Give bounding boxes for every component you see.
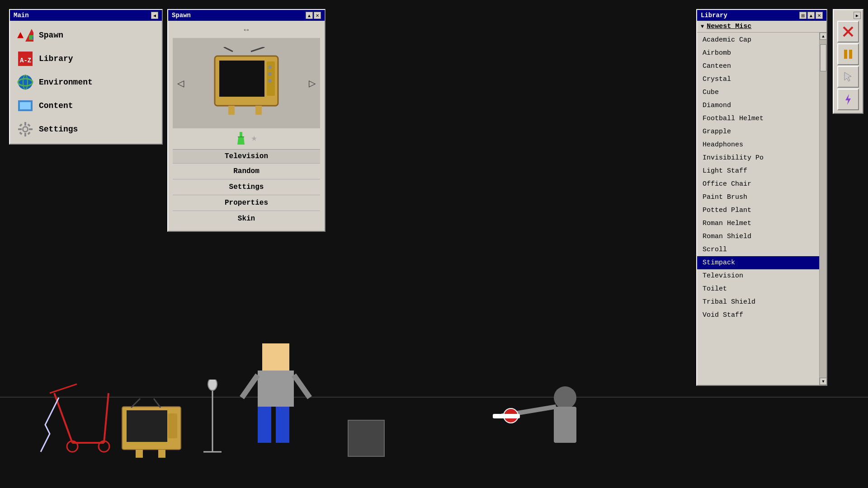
svg-rect-42 <box>18 128 22 130</box>
scene-object-tv-floor <box>118 398 190 461</box>
lib-item-10[interactable]: Light Staff <box>697 164 819 178</box>
svg-rect-26 <box>493 414 520 418</box>
library-list: Academic CapAirbombCanteenCrystalCubeDia… <box>697 33 819 385</box>
library-panel: Library ⊞ ▲ ✕ ▼ Newest Misc Academic Cap… <box>696 9 827 386</box>
content-icon <box>17 98 33 114</box>
flask-icon <box>236 132 246 145</box>
nav-next-btn[interactable]: ▷ <box>309 78 316 89</box>
right-btn-cursor[interactable] <box>837 66 859 88</box>
main-menu: Spawn A-Z Library <box>10 21 162 144</box>
main-panel: Main ◄ Spawn A-Z <box>9 9 163 145</box>
scrollbar-down-btn[interactable]: ▼ <box>820 378 827 385</box>
spawn-content: ↔ ◁ <box>168 21 325 231</box>
scrollbar-thumb[interactable] <box>820 44 826 71</box>
right-btn-close[interactable] <box>837 21 859 42</box>
svg-rect-7 <box>127 410 167 442</box>
library-icon: A-Z <box>17 51 33 67</box>
lib-item-20[interactable]: Tribal Shield <box>697 296 819 309</box>
spawn-skin-btn[interactable]: Skin <box>173 211 320 226</box>
svg-point-53 <box>268 66 272 69</box>
svg-rect-57 <box>255 106 262 115</box>
lib-item-5[interactable]: Diamond <box>697 99 819 112</box>
lib-item-6[interactable]: Football Helmet <box>697 112 819 125</box>
star-icon: ★ <box>251 132 257 145</box>
lib-item-12[interactable]: Paint Brush <box>697 191 819 204</box>
lib-item-21[interactable]: Void Staff <box>697 309 819 322</box>
svg-rect-27 <box>554 407 576 443</box>
lib-item-2[interactable]: Canteen <box>697 60 819 73</box>
library-scrollbar[interactable]: ▲ ▼ <box>819 33 826 385</box>
right-btn-pause[interactable] <box>837 43 859 65</box>
menu-label-library: Library <box>39 54 73 63</box>
lib-item-8[interactable]: Headphones <box>697 138 819 151</box>
svg-marker-59 <box>237 137 245 145</box>
right-panel-collapse[interactable]: ► <box>854 12 861 19</box>
svg-rect-41 <box>24 133 26 136</box>
svg-rect-9 <box>136 450 143 458</box>
svg-rect-44 <box>19 123 22 127</box>
spawn-properties-btn[interactable]: Properties <box>173 195 320 211</box>
svg-line-3 <box>50 384 77 393</box>
lib-item-14[interactable]: Roman Helmet <box>697 217 819 230</box>
spawn-minimize-btn[interactable]: ▲ <box>306 12 313 19</box>
spawn-settings-btn[interactable]: Settings <box>173 179 320 195</box>
lib-item-18[interactable]: Television <box>697 269 819 282</box>
svg-rect-22 <box>348 420 384 456</box>
scene-object-scooter <box>36 371 127 461</box>
lib-item-13[interactable]: Potted Plant <box>697 204 819 217</box>
svg-text:A-Z: A-Z <box>20 57 31 64</box>
lib-item-3[interactable]: Crystal <box>697 73 819 86</box>
library-dropdown[interactable]: ▼ Newest Misc <box>697 21 826 33</box>
lib-item-1[interactable]: Airbomb <box>697 47 819 60</box>
scene-object-box <box>344 416 389 461</box>
lib-item-15[interactable]: Roman Shield <box>697 230 819 243</box>
resize-arrow[interactable]: ↔ <box>244 25 249 34</box>
preview-area: ◁ <box>173 38 320 128</box>
library-icon-btn[interactable]: ⊞ <box>799 12 807 19</box>
svg-rect-56 <box>228 106 235 115</box>
lib-item-0[interactable]: Academic Cap <box>697 33 819 47</box>
pause-icon <box>842 48 854 61</box>
lib-item-16[interactable]: Scroll <box>697 243 819 256</box>
svg-rect-20 <box>258 407 271 443</box>
lib-item-19[interactable]: Toilet <box>697 282 819 296</box>
spawn-icon <box>17 27 33 43</box>
main-panel-close[interactable]: ◄ <box>151 12 158 19</box>
menu-label-settings: Settings <box>39 125 78 134</box>
menu-item-spawn[interactable]: Spawn <box>14 24 158 46</box>
spawn-panel: Spawn ▲ ✕ ↔ ◁ <box>167 9 326 232</box>
spawn-close-btn[interactable]: ✕ <box>314 12 321 19</box>
cursor-icon <box>842 70 854 83</box>
menu-item-library[interactable]: A-Z Library <box>14 48 158 70</box>
svg-rect-60 <box>238 136 244 137</box>
menu-item-environment[interactable]: Environment <box>14 71 158 93</box>
main-panel-title: Main <box>14 12 29 19</box>
lib-item-4[interactable]: Cube <box>697 86 819 99</box>
svg-rect-46 <box>19 131 22 135</box>
right-btn-lightning[interactable] <box>837 89 859 110</box>
lib-item-9[interactable]: Invisibility Po <box>697 151 819 164</box>
menu-item-settings[interactable]: Settings <box>14 118 158 140</box>
lib-item-11[interactable]: Office Chair <box>697 178 819 191</box>
menu-label-spawn: Spawn <box>39 31 63 40</box>
scene: Main ◄ Spawn A-Z <box>0 0 868 488</box>
svg-rect-45 <box>27 123 30 127</box>
main-panel-titlebar: Main ◄ <box>10 10 162 21</box>
svg-rect-17 <box>258 371 294 407</box>
nav-prev-btn[interactable]: ◁ <box>177 78 184 89</box>
scrollbar-up-btn[interactable]: ▲ <box>820 33 827 40</box>
lib-item-17[interactable]: Stimpack <box>697 256 819 269</box>
spawn-random-btn[interactable]: Random <box>173 163 320 179</box>
menu-item-content[interactable]: Content <box>14 95 158 117</box>
lib-item-7[interactable]: Grapple <box>697 125 819 138</box>
svg-rect-64 <box>849 50 852 59</box>
x-icon <box>842 25 854 38</box>
right-panel-titlebar: ► <box>835 12 861 19</box>
scrollbar-track <box>820 40 826 378</box>
menu-label-content: Content <box>39 101 73 110</box>
svg-line-2 <box>104 393 108 443</box>
library-close-btn[interactable]: ✕ <box>816 12 823 19</box>
library-minimize-btn[interactable]: ▲ <box>807 12 815 19</box>
lightning-icon <box>842 93 854 106</box>
scene-object-mic <box>199 380 226 461</box>
